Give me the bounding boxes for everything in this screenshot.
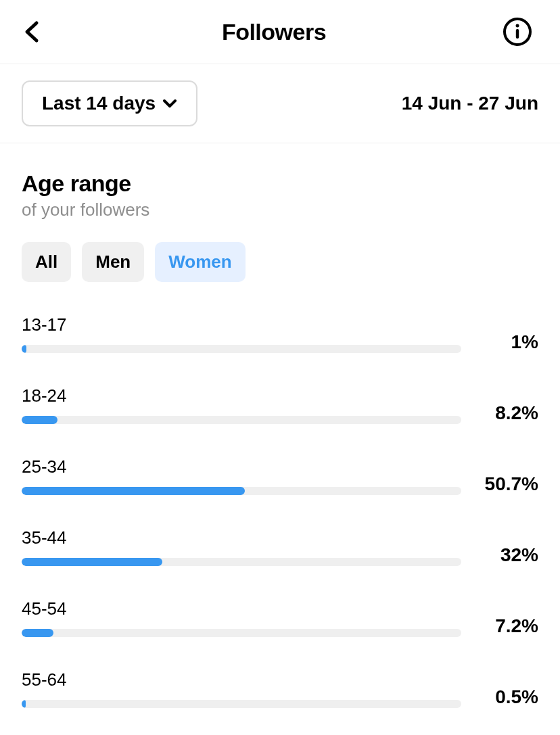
- svg-rect-2: [516, 29, 519, 39]
- bar-label: 13-17: [22, 314, 461, 335]
- tab-women[interactable]: Women: [155, 242, 245, 282]
- back-button[interactable]: [19, 18, 46, 45]
- dropdown-label: Last 14 days: [42, 93, 156, 114]
- bar-label: 18-24: [22, 385, 461, 406]
- bar-fill: [22, 700, 26, 708]
- bar-value: 50.7%: [477, 473, 538, 495]
- bar-fill: [22, 487, 245, 495]
- bar-left: 13-17: [22, 314, 461, 353]
- section-subtitle: of your followers: [22, 199, 538, 220]
- bar-value: 8.2%: [477, 402, 538, 424]
- bar-row: 25-3450.7%: [22, 456, 538, 495]
- bar-label: 55-64: [22, 669, 461, 690]
- tab-men[interactable]: Men: [82, 242, 144, 282]
- bar-left: 25-34: [22, 456, 461, 495]
- bar-track: [22, 558, 461, 566]
- bar-fill: [22, 558, 162, 566]
- bar-left: 35-44: [22, 527, 461, 566]
- info-icon: [503, 17, 532, 47]
- chevron-down-icon: [162, 99, 177, 108]
- bar-track: [22, 629, 461, 637]
- svg-point-1: [515, 24, 519, 28]
- bar-value: 7.2%: [477, 615, 538, 637]
- bar-row: 18-248.2%: [22, 385, 538, 424]
- bar-value: 32%: [477, 544, 538, 566]
- info-button[interactable]: [502, 16, 533, 47]
- bar-label: 25-34: [22, 456, 461, 477]
- bar-row: 13-171%: [22, 314, 538, 353]
- gender-tabs: AllMenWomen: [22, 242, 538, 282]
- age-range-chart: 13-171%18-248.2%25-3450.7%35-4432%45-547…: [22, 314, 538, 735]
- section-title: Age range: [22, 170, 538, 197]
- bar-value: 1%: [477, 331, 538, 353]
- bar-value: 0.5%: [477, 686, 538, 708]
- bar-label: 35-44: [22, 527, 461, 548]
- page-title: Followers: [222, 19, 326, 45]
- date-range-text: 14 Jun - 27 Jun: [402, 93, 538, 114]
- bar-left: 18-24: [22, 385, 461, 424]
- bar-left: 45-54: [22, 598, 461, 637]
- bar-row: 35-4432%: [22, 527, 538, 566]
- chevron-left-icon: [23, 20, 42, 43]
- bar-track: [22, 700, 461, 708]
- content: Age range of your followers AllMenWomen …: [0, 143, 560, 735]
- date-range-dropdown[interactable]: Last 14 days: [22, 80, 197, 126]
- bar-row: 45-547.2%: [22, 598, 538, 637]
- bar-fill: [22, 345, 26, 353]
- tab-all[interactable]: All: [22, 242, 71, 282]
- bar-row: 55-640.5%: [22, 669, 538, 708]
- header: Followers: [0, 0, 560, 64]
- bar-track: [22, 416, 461, 424]
- bar-track: [22, 487, 461, 495]
- bar-fill: [22, 629, 53, 637]
- bar-left: 55-64: [22, 669, 461, 708]
- bar-fill: [22, 416, 57, 424]
- bar-label: 45-54: [22, 598, 461, 619]
- bar-track: [22, 345, 461, 353]
- filter-row: Last 14 days 14 Jun - 27 Jun: [0, 64, 560, 143]
